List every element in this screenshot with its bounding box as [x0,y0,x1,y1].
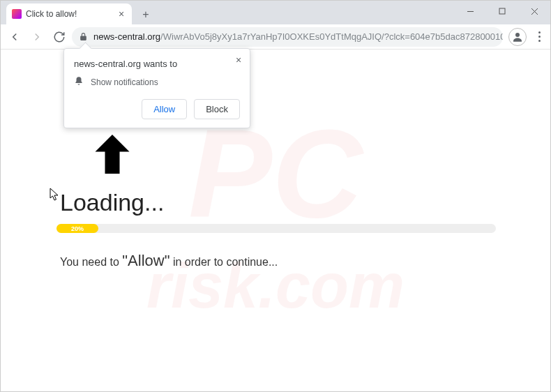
notification-permission-popup: × news-central.org wants to Show notific… [63,48,250,128]
permission-origin-text: news-central.org wants to [74,59,240,69]
tab-close-icon[interactable]: × [116,9,126,19]
back-button[interactable] [5,27,24,47]
url-host: news-central.org [93,31,160,42]
allow-button[interactable]: Allow [142,99,187,119]
new-tab-button[interactable]: + [136,5,156,24]
loading-heading: Loading... [60,189,164,216]
popup-close-icon[interactable]: × [233,54,244,66]
window-close-button[interactable] [518,1,550,22]
browser-tab[interactable]: Click to allow! × [6,3,132,24]
permission-capability-label: Show notifications [91,77,158,87]
forward-button[interactable] [27,27,47,47]
progress-label: 20% [56,224,98,233]
bell-icon [74,76,84,88]
instruction-post: in order to continue... [169,256,278,268]
profile-avatar-button[interactable] [508,28,527,46]
url-text: news-central.org/WiwrAbVo5j8yXy1a7rYanHp… [93,31,503,42]
address-bar[interactable]: news-central.org/WiwrAbVo5j8yXy1a7rYanHp… [72,27,503,47]
window-controls [454,1,550,22]
tab-strip: Click to allow! × + [1,1,550,24]
svg-point-5 [515,33,520,37]
lock-icon [79,32,88,41]
instruction-allow-word: "Allow" [122,252,169,269]
up-arrow-icon [84,130,140,179]
window-maximize-button[interactable] [486,1,518,22]
tab-favicon [12,9,22,19]
reload-button[interactable] [50,27,69,47]
instruction-text: You need to "Allow" in order to continue… [60,252,278,270]
chrome-menu-button[interactable] [532,31,546,42]
block-button[interactable]: Block [194,99,240,119]
permission-buttons: Allow Block [74,99,240,119]
svg-rect-1 [499,8,505,14]
cursor-icon [50,188,61,202]
url-path: /WiwrAbVo5j8yXy1a7rYanHp7I0OXKEs0YdTtMqg… [160,31,503,42]
window-minimize-button[interactable] [454,1,486,22]
permission-capability-row: Show notifications [74,76,240,88]
progress-bar: 20% [56,224,496,233]
tab-title: Click to allow! [26,9,77,19]
instruction-pre: You need to [60,256,122,268]
